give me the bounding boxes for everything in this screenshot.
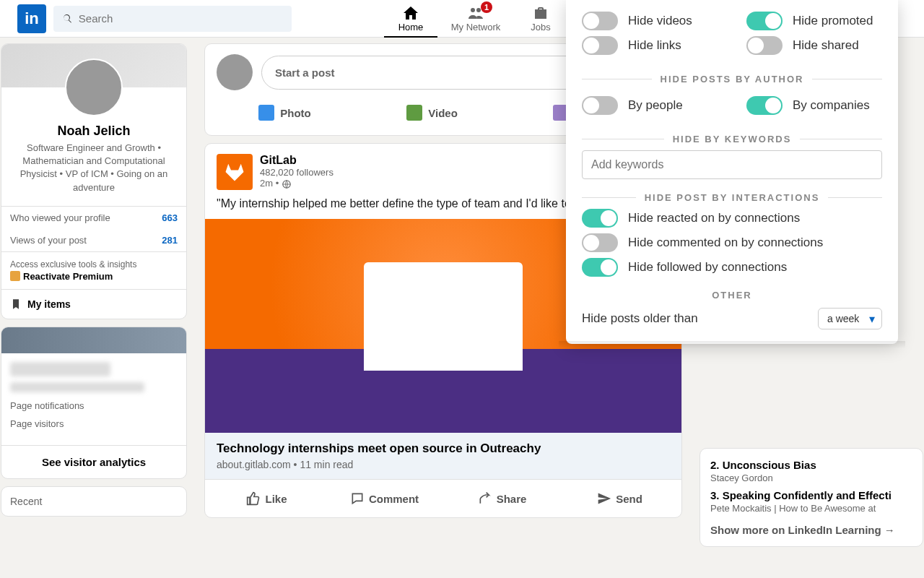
photo-icon — [258, 105, 274, 121]
search-icon — [62, 13, 73, 25]
stat-post-views[interactable]: Views of your post 281 — [1, 229, 186, 251]
notification-badge: 1 — [481, 1, 492, 13]
toggle-switch[interactable] — [582, 233, 618, 252]
page-visitors[interactable]: Page visitors — [10, 418, 178, 429]
left-column: Noah Jelich Software Engineer and Growth… — [1, 43, 187, 554]
feed-filter-panel: Hide videos Hide links Hide promoted Hid… — [566, 0, 898, 344]
toggle-switch[interactable] — [746, 96, 783, 115]
post-followers: 482,020 followers — [260, 167, 334, 178]
page-cover — [1, 327, 186, 353]
post-link-preview[interactable]: Technology internships meet open source … — [205, 433, 681, 479]
toggle-hide-promoted[interactable]: Hide promoted — [746, 12, 882, 30]
toggle-hide-followed[interactable]: Hide followed by connections — [582, 258, 882, 277]
like-button[interactable]: Like — [208, 483, 326, 514]
search-box[interactable] — [53, 6, 292, 32]
nav-label: Jobs — [531, 22, 550, 33]
recent-card: Recent — [1, 486, 187, 517]
avatar[interactable] — [65, 59, 123, 116]
my-items[interactable]: My items — [1, 289, 186, 319]
send-icon — [597, 491, 611, 506]
toggle-switch[interactable] — [746, 12, 783, 30]
older-than-select[interactable]: a week — [818, 308, 882, 329]
nav-home[interactable]: Home — [378, 0, 443, 38]
page-analytics-card: Page notifications Page visitors See vis… — [1, 327, 187, 479]
premium-cta: Reactivate Premium — [10, 271, 178, 282]
toggle-switch[interactable] — [582, 36, 618, 55]
comment-button[interactable]: Comment — [326, 483, 443, 514]
learning-card: 2. Unconscious Bias Stacey Gordon 3. Spe… — [699, 448, 923, 547]
redacted-text — [10, 362, 110, 376]
toggle-switch[interactable] — [582, 209, 618, 228]
toggle-hide-videos[interactable]: Hide videos — [582, 12, 718, 30]
profile-card: Noah Jelich Software Engineer and Growth… — [1, 43, 187, 319]
section-interactions: HIDE POST BY INTERACTIONS — [645, 192, 820, 203]
toggle-hide-shared[interactable]: Hide shared — [746, 36, 882, 55]
home-icon — [402, 4, 419, 22]
video-icon — [406, 105, 422, 121]
bookmark-icon — [10, 298, 22, 310]
link-title: Technology internships meet open source … — [217, 441, 670, 456]
toggle-switch[interactable] — [746, 36, 783, 55]
link-sub: about.gitlab.com • 11 min read — [217, 459, 670, 470]
linkedin-logo[interactable]: in — [17, 4, 46, 33]
premium-intro: Access exclusive tools & insights — [10, 259, 178, 269]
nav-label: Home — [398, 22, 424, 33]
briefcase-icon — [532, 4, 549, 22]
avatar[interactable] — [217, 54, 253, 90]
section-keywords: HIDE BY KEYWORDS — [673, 134, 792, 144]
toggle-hide-reacted[interactable]: Hide reacted on by connections — [582, 209, 882, 228]
nav-items: Home 1 My Network Jobs — [378, 0, 573, 38]
profile-name[interactable]: Noah Jelich — [10, 124, 178, 139]
show-more-learning[interactable]: Show more on LinkedIn Learning → — [710, 517, 912, 539]
see-visitor-analytics[interactable]: See visitor analytics — [1, 445, 186, 478]
nav-network[interactable]: 1 My Network — [443, 0, 508, 38]
toggle-by-companies[interactable]: By companies — [746, 96, 882, 115]
stat-label: Views of your post — [10, 235, 87, 246]
toggle-switch[interactable] — [582, 258, 618, 277]
stat-value: 281 — [162, 235, 178, 246]
company-logo[interactable] — [217, 154, 253, 190]
recent-label: Recent — [10, 496, 42, 507]
page-notifications[interactable]: Page notifications — [10, 400, 178, 411]
nav-jobs[interactable]: Jobs — [508, 0, 573, 38]
toggle-switch[interactable] — [582, 12, 618, 30]
section-author: HIDE POSTS BY AUTHOR — [661, 74, 804, 85]
post-time: 2m • — [260, 178, 282, 189]
toggle-switch[interactable] — [582, 96, 618, 115]
gitlab-icon — [224, 161, 245, 183]
like-icon — [246, 491, 261, 506]
toggle-hide-commented[interactable]: Hide commented on by connections — [582, 233, 882, 252]
stat-value: 663 — [162, 212, 178, 223]
send-button[interactable]: Send — [561, 483, 679, 514]
section-other: OTHER — [582, 290, 882, 301]
comment-icon — [350, 491, 365, 506]
keyword-input[interactable] — [582, 150, 882, 179]
share-icon — [478, 491, 492, 506]
globe-icon — [282, 179, 292, 189]
older-than-label: Hide posts older than — [582, 311, 698, 326]
stat-viewed-profile[interactable]: Who viewed your profile 663 — [1, 207, 186, 229]
toggle-by-people[interactable]: By people — [582, 96, 718, 115]
search-input[interactable] — [79, 12, 283, 25]
nav-label: My Network — [451, 22, 501, 33]
post-author[interactable]: GitLab — [260, 154, 334, 167]
compose-photo[interactable]: Photo — [250, 98, 320, 128]
learning-item[interactable]: 3. Speaking Confidently and Effecti Pete… — [710, 486, 912, 517]
learning-item[interactable]: 2. Unconscious Bias Stacey Gordon — [710, 456, 912, 486]
profile-headline: Software Engineer and Growth • Mathemati… — [10, 142, 178, 194]
redacted-text — [10, 382, 144, 392]
toggle-hide-links[interactable]: Hide links — [582, 36, 718, 55]
stat-label: Who viewed your profile — [10, 212, 110, 223]
share-button[interactable]: Share — [443, 483, 561, 514]
premium-box[interactable]: Access exclusive tools & insights Reacti… — [1, 251, 186, 289]
compose-video[interactable]: Video — [398, 98, 466, 128]
